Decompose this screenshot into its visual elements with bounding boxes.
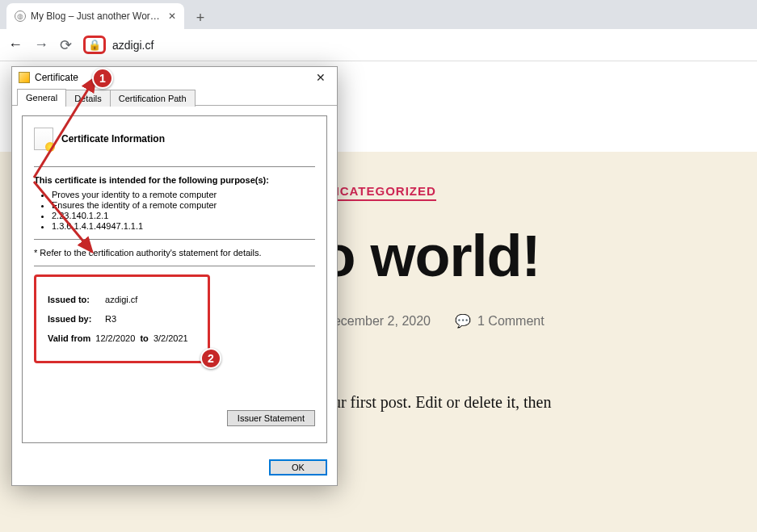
dialog-button-row: Issuer Statement — [34, 407, 315, 426]
lock-icon[interactable]: 🔒 — [88, 39, 101, 51]
issued-by-value: R3 — [105, 314, 116, 324]
cert-details-highlight: Issued to: azdigi.cf Issued by: R3 Valid… — [34, 274, 210, 363]
purpose-title: This certificate is intended for the fol… — [34, 175, 315, 185]
date-text: December 2, 2020 — [324, 314, 431, 329]
purpose-item: Ensures the identity of a remote compute… — [52, 200, 315, 210]
valid-to-value: 3/2/2021 — [154, 333, 188, 343]
valid-from-value: 12/2/2020 — [95, 333, 135, 343]
cert-heading-text: Certificate Information — [61, 133, 165, 145]
comments-meta[interactable]: 💬 1 Comment — [455, 313, 545, 329]
separator — [34, 166, 315, 167]
reload-button[interactable]: ⟳ — [60, 36, 72, 54]
dialog-titlebar[interactable]: Certificate ✕ — [12, 67, 337, 88]
issued-to-row: Issued to: azdigi.cf — [48, 295, 196, 304]
issued-by-row: Issued by: R3 — [48, 314, 196, 324]
address-bar: ← → ⟳ 🔒 azdigi.cf — [0, 29, 757, 61]
valid-from-label: Valid from — [48, 333, 90, 343]
purpose-list: Proves your identity to a remote compute… — [52, 190, 315, 231]
dialog-inner: Certificate Information This certificate… — [22, 115, 327, 443]
ok-button[interactable]: OK — [269, 459, 327, 475]
certificate-icon — [19, 72, 30, 83]
tab-bar: ◍ My Blog – Just another WordPres ✕ + — [0, 0, 757, 29]
dialog-body: Certificate Information This certificate… — [12, 106, 337, 453]
dialog-close-button[interactable]: ✕ — [311, 69, 330, 86]
purpose-item: 2.23.140.1.2.1 — [52, 211, 315, 220]
url-text: azdigi.cf — [112, 39, 154, 52]
globe-icon: ◍ — [15, 10, 26, 22]
issuer-statement-button[interactable]: Issuer Statement — [227, 410, 315, 426]
separator — [34, 266, 315, 266]
browser-chrome: ◍ My Blog – Just another WordPres ✕ + ← … — [0, 0, 757, 61]
dialog-footer: OK — [12, 453, 337, 485]
browser-tab[interactable]: ◍ My Blog – Just another WordPres ✕ — [6, 3, 184, 29]
purpose-item: Proves your identity to a remote compute… — [52, 190, 315, 199]
annotation-badge-1: 1 — [92, 68, 113, 89]
purpose-item: 1.3.6.1.4.1.44947.1.1.1 — [52, 221, 315, 231]
tab-general[interactable]: General — [17, 89, 66, 106]
certificate-dialog: Certificate ✕ General Details Certificat… — [11, 66, 338, 486]
tab-title: My Blog – Just another WordPres — [31, 10, 163, 22]
tab-certification-path[interactable]: Certification Path — [110, 90, 196, 107]
lock-highlight: 🔒 — [83, 36, 106, 54]
dialog-tabs: General Details Certification Path — [12, 88, 337, 106]
comment-icon: 💬 — [455, 313, 471, 329]
new-tab-button[interactable]: + — [189, 6, 212, 29]
category-link[interactable]: UNCATEGORIZED — [321, 184, 436, 201]
refer-text: * Refer to the certification authority's… — [34, 248, 315, 258]
tab-details[interactable]: Details — [65, 90, 111, 107]
valid-row: Valid from 12/2/2020 to 3/2/2021 — [48, 333, 196, 343]
certificate-large-icon — [34, 128, 53, 150]
issued-to-label: Issued to: — [48, 295, 103, 304]
back-button[interactable]: ← — [8, 36, 23, 53]
cert-heading: Certificate Information — [34, 128, 315, 158]
valid-to-label: to — [140, 333, 148, 343]
close-tab-icon[interactable]: ✕ — [168, 10, 176, 22]
dialog-title-text: Certificate — [35, 72, 78, 83]
separator — [34, 239, 315, 240]
issued-by-label: Issued by: — [48, 314, 103, 324]
issued-to-value: azdigi.cf — [105, 295, 137, 304]
forward-button[interactable]: → — [34, 36, 48, 53]
url-field[interactable]: 🔒 azdigi.cf — [83, 36, 749, 54]
annotation-badge-2: 2 — [200, 348, 221, 369]
comments-text: 1 Comment — [477, 314, 545, 329]
